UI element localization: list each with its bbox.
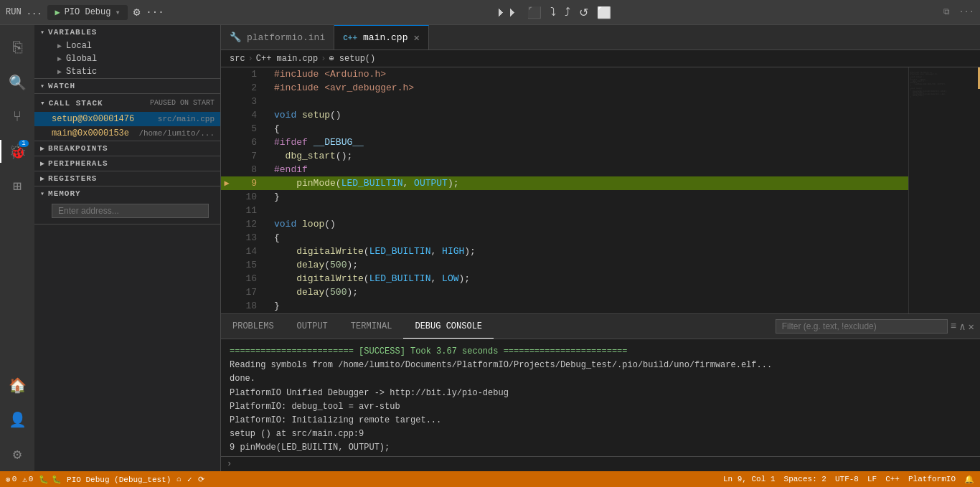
chevron-down-icon: ▾ xyxy=(115,7,120,18)
line-arrow-15 xyxy=(221,258,232,272)
status-spaces[interactable]: Spaces: 2 xyxy=(784,475,826,483)
activity-debug[interactable]: 🐞 1 xyxy=(0,134,34,169)
peripherals-header[interactable]: ▶ PERIPHERALS xyxy=(34,156,220,171)
step-out-btn[interactable]: ⤴ xyxy=(561,3,574,22)
activity-platformio[interactable]: 🏠 xyxy=(0,368,34,402)
watch-label: WATCH xyxy=(48,82,75,90)
console-line-5: PlatformIO: debug_tool = avr-stub xyxy=(230,400,971,414)
window-controls: ⧉ ··· xyxy=(943,7,974,17)
activity-search[interactable]: 🔍 xyxy=(0,65,34,100)
step-into-btn[interactable]: ⤵ xyxy=(547,3,560,22)
line-arrow-11 xyxy=(221,204,232,217)
panel-filter-input[interactable] xyxy=(776,319,948,334)
line-content-16: digitalWrite(LED_BUILTIN, LOW); xyxy=(268,272,908,285)
variables-local[interactable]: ▶ Local xyxy=(34,39,220,52)
more-actions-icon[interactable]: ··· xyxy=(958,7,974,17)
memory-header[interactable]: ▾ MEMORY xyxy=(34,186,220,201)
continue-btn[interactable]: ⏵⏵ xyxy=(492,3,522,22)
tab-main-cpp[interactable]: C++ main.cpp ✕ xyxy=(334,25,429,49)
step-over-btn[interactable]: ⬛ xyxy=(524,3,545,22)
panel: PROBLEMS OUTPUT TERMINAL DEBUG CONSOLE ≡… xyxy=(221,313,980,471)
line-arrow-7 xyxy=(221,149,232,163)
status-errors[interactable]: ⊗ 0 xyxy=(6,475,17,484)
console-input[interactable] xyxy=(235,459,974,469)
console-line-2: Reading symbols from /home/lumito/Docume… xyxy=(230,359,971,372)
status-bell-icon[interactable]: 🔔 xyxy=(964,475,974,484)
panel-action-list[interactable]: ≡ xyxy=(951,321,956,332)
status-debug-info[interactable]: 🐛 🐛 PIO Debug (Debug_test) xyxy=(39,475,171,484)
tab-debug-console[interactable]: DEBUG CONSOLE xyxy=(403,314,494,339)
call-stack-frame-0[interactable]: setup@0x00001476 src/main.cpp xyxy=(34,112,220,126)
activity-source-control[interactable]: ⑂ xyxy=(0,100,34,134)
peripherals-label: PERIPHERALS xyxy=(48,159,108,168)
variables-static[interactable]: ▶ Static xyxy=(34,65,220,78)
code-line-13: 13 { xyxy=(221,231,908,245)
line-arrow-10 xyxy=(221,190,232,204)
status-warnings[interactable]: ⚠ 0 xyxy=(22,475,33,484)
registers-header[interactable]: ▶ REGISTERS xyxy=(34,171,220,186)
status-home[interactable]: ⌂ xyxy=(176,475,182,483)
console-input-row: › xyxy=(221,456,980,471)
line-arrow-5 xyxy=(221,122,232,136)
variables-global[interactable]: ▶ Global xyxy=(34,52,220,65)
panel-action-close[interactable]: ✕ xyxy=(969,321,974,333)
stop-btn[interactable]: ⬜ xyxy=(593,3,615,22)
line-num-1: 1 xyxy=(232,67,268,81)
more-icon[interactable]: ··· xyxy=(146,6,164,18)
breakpoints-header[interactable]: ▶ BREAKPOINTS xyxy=(34,141,220,156)
debug-config-label: PIO Debug xyxy=(65,7,111,17)
code-line-17: 17 delay(500); xyxy=(221,285,908,299)
breadcrumb-fn[interactable]: ⊕ setup() xyxy=(329,53,375,64)
code-line-2: 2 #include <avr_debugger.h> xyxy=(221,81,908,95)
activity-settings[interactable]: ⚙ xyxy=(0,437,34,471)
line-arrow-4 xyxy=(221,108,232,122)
line-content-7: dbg_start(); xyxy=(268,149,908,163)
memory-address-row xyxy=(34,201,220,224)
line-content-10: } xyxy=(268,190,908,204)
activity-explorer[interactable]: ⎘ xyxy=(0,31,34,65)
watch-header[interactable]: ▾ WATCH xyxy=(34,79,220,93)
status-check[interactable]: ✓ xyxy=(187,475,192,484)
variables-header[interactable]: ▾ VARIABLES xyxy=(34,25,220,39)
tab-terminal[interactable]: TERMINAL xyxy=(339,314,404,339)
line-num-6: 6 xyxy=(232,136,268,149)
restart-btn[interactable]: ↺ xyxy=(575,3,592,22)
breadcrumb-file[interactable]: C++ main.cpp xyxy=(256,54,318,64)
status-platform[interactable]: PlatformIO xyxy=(908,475,956,483)
line-num-18: 18 xyxy=(232,299,268,313)
status-line-ending[interactable]: LF xyxy=(867,475,877,483)
tab-close-cpp[interactable]: ✕ xyxy=(413,32,419,44)
breadcrumb-src[interactable]: src xyxy=(230,54,245,64)
line-num-14: 14 xyxy=(232,245,268,258)
tab-platformio-ini[interactable]: 🔧 platformio.ini xyxy=(221,25,334,49)
registers-chevron: ▶ xyxy=(40,174,45,183)
line-num-13: 13 xyxy=(232,231,268,245)
code-scroll-area[interactable]: 1 #include <Arduino.h> 2 #include <avr_d… xyxy=(221,67,908,313)
status-language[interactable]: C++ xyxy=(885,475,900,483)
activity-accounts[interactable]: 👤 xyxy=(0,402,34,437)
run-label[interactable]: RUN ... xyxy=(6,7,42,17)
title-bar: RUN ... ▶ PIO Debug ▾ ⚙ ··· ⏵⏵ ⬛ ⤵ ⤴ ↺ ⬜… xyxy=(0,0,980,25)
line-num-17: 17 xyxy=(232,285,268,299)
status-line-col[interactable]: Ln 9, Col 1 xyxy=(723,475,776,483)
line-num-7: 7 xyxy=(232,149,268,163)
split-editor-icon[interactable]: ⧉ xyxy=(943,7,950,17)
activity-extensions[interactable]: ⊞ xyxy=(0,169,34,203)
call-stack-header[interactable]: ▾ CALL STACK PAUSED ON START xyxy=(34,94,220,112)
call-stack-frame-1[interactable]: main@0x0000153e /home/lumito/... xyxy=(34,126,220,141)
debug-config[interactable]: ▶ PIO Debug ▾ xyxy=(47,5,127,20)
line-content-15: delay(500); xyxy=(268,258,908,272)
tab-output[interactable]: OUTPUT xyxy=(286,314,339,339)
memory-section: ▾ MEMORY xyxy=(34,186,220,224)
status-sync[interactable]: ⟳ xyxy=(198,475,204,484)
console-line-3: done. xyxy=(230,372,971,386)
breakpoints-section: ▶ BREAKPOINTS xyxy=(34,141,220,156)
code-line-4: 4 void setup() xyxy=(221,108,908,122)
panel-action-up[interactable]: ∧ xyxy=(959,321,965,333)
debug-label: 🐛 PIO Debug (Debug_test) xyxy=(52,475,171,484)
status-encoding[interactable]: UTF-8 xyxy=(835,475,859,483)
gear-icon[interactable]: ⚙ xyxy=(133,5,141,19)
tab-problems[interactable]: PROBLEMS xyxy=(221,314,286,339)
memory-address-input[interactable] xyxy=(52,204,209,218)
call-stack-section: ▾ CALL STACK PAUSED ON START setup@0x000… xyxy=(34,94,220,141)
